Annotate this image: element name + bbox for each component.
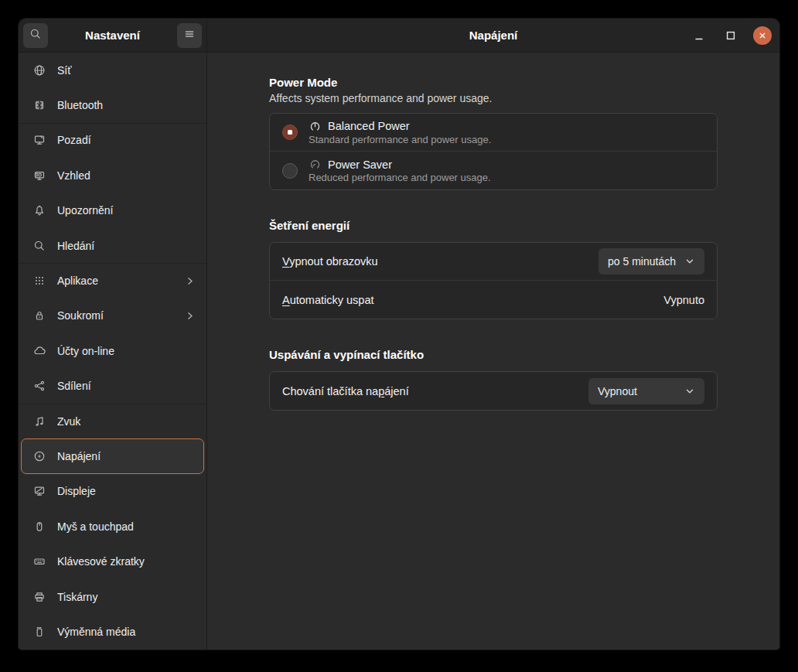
mouse-icon bbox=[33, 520, 46, 533]
chevron-down-icon bbox=[684, 256, 695, 267]
power-mode-subtitle: Affects system performance and power usa… bbox=[269, 92, 718, 104]
hamburger-menu-icon bbox=[183, 28, 196, 43]
background-icon bbox=[33, 134, 46, 146]
sidebar-item-label: Napájení bbox=[57, 450, 196, 462]
music-note-icon bbox=[33, 415, 46, 428]
sidebar-item-label: Klávesové zkratky bbox=[57, 555, 196, 568]
automatic-suspend-value: Vypnuto bbox=[663, 294, 704, 306]
sidebar-item-label: Výměnná média bbox=[57, 626, 196, 638]
applications-icon bbox=[33, 275, 46, 287]
balanced-power-option[interactable]: Balanced Power Standard performance and … bbox=[270, 114, 717, 152]
power-mode-card: Balanced Power Standard performance and … bbox=[269, 113, 718, 190]
notifications-icon bbox=[33, 204, 46, 217]
blank-screen-dropdown[interactable]: po 5 minutách bbox=[598, 248, 704, 275]
appearance-icon bbox=[33, 169, 46, 182]
sidebar-item-printers[interactable]: Tiskárny bbox=[21, 579, 204, 614]
sidebar-item-label: Displeje bbox=[57, 485, 196, 497]
sidebar-item-notifications[interactable]: Upozornění bbox=[21, 193, 204, 228]
sidebar-item-label: Aplikace bbox=[57, 275, 172, 287]
printer-icon bbox=[33, 591, 46, 603]
sidebar-item-applications[interactable]: Aplikace bbox=[21, 263, 204, 298]
page-headerbar: Napájení bbox=[207, 19, 779, 53]
power-button-dropdown[interactable]: Vypnout bbox=[588, 378, 704, 404]
sidebar-item-label: Síť bbox=[57, 64, 196, 77]
sidebar-item-label: Sdílení bbox=[57, 380, 196, 392]
sidebar-item-appearance[interactable]: Vzhled bbox=[21, 158, 204, 193]
displays-icon bbox=[33, 485, 46, 497]
sidebar-item-search[interactable]: Hledání bbox=[19, 228, 206, 263]
network-icon bbox=[33, 64, 46, 77]
sidebar-item-sound[interactable]: Zvuk bbox=[21, 404, 204, 438]
power-saver-option[interactable]: Power Saver Reduced performance and powe… bbox=[270, 152, 717, 189]
balanced-power-desc: Standard performance and power usage. bbox=[309, 134, 491, 145]
blank-screen-label: Vypnout obrazovku bbox=[282, 255, 378, 268]
sidebar-item-label: Tiskárny bbox=[57, 591, 196, 603]
blank-screen-value: po 5 minutách bbox=[608, 255, 676, 268]
sidebar-item-label: Pozadí bbox=[57, 134, 196, 146]
titlebar: Nastavení Napájení bbox=[19, 19, 779, 53]
sidebar-item-background[interactable]: Pozadí bbox=[21, 123, 204, 158]
sidebar-item-label: Účty on-line bbox=[57, 345, 196, 357]
chevron-down-icon bbox=[684, 386, 695, 397]
energy-saving-card: Vypnout obrazovku po 5 minutách Automati… bbox=[269, 242, 718, 319]
balanced-power-label: Balanced Power bbox=[328, 120, 410, 132]
maximize-button[interactable] bbox=[721, 26, 740, 45]
power-panel: Power Mode Affects system performance an… bbox=[207, 53, 779, 650]
sharing-icon bbox=[33, 380, 46, 392]
sidebar-item-label: Zvuk bbox=[57, 415, 196, 428]
sidebar-item-privacy[interactable]: Soukromí bbox=[21, 298, 204, 333]
sidebar-item-displays[interactable]: Displeje bbox=[21, 474, 204, 509]
removable-media-icon bbox=[33, 626, 46, 638]
automatic-suspend-label: Automaticky uspat bbox=[282, 294, 373, 306]
power-saver-gauge-icon bbox=[309, 158, 322, 171]
close-icon bbox=[757, 30, 768, 41]
power-saver-radio[interactable] bbox=[282, 163, 298, 179]
sidebar-item-network[interactable]: Síť bbox=[21, 53, 204, 87]
power-button-value: Vypnout bbox=[598, 385, 637, 397]
search-icon bbox=[33, 240, 46, 252]
maximize-icon bbox=[725, 29, 737, 42]
privacy-lock-icon bbox=[33, 309, 46, 322]
search-icon bbox=[29, 28, 42, 43]
automatic-suspend-row[interactable]: Automaticky uspat Vypnuto bbox=[270, 281, 717, 319]
chevron-right-icon bbox=[184, 310, 196, 322]
keyboard-icon bbox=[33, 555, 46, 568]
balanced-gauge-icon bbox=[309, 120, 322, 133]
sidebar-item-power[interactable]: Napájení bbox=[21, 438, 204, 473]
balanced-power-radio[interactable] bbox=[282, 125, 298, 140]
power-icon bbox=[33, 450, 46, 462]
minimize-icon bbox=[693, 29, 705, 42]
power-button-card: Chování tlačítka napájení Vypnout bbox=[269, 371, 718, 411]
chevron-right-icon bbox=[184, 275, 196, 287]
settings-window: Nastavení Napájení bbox=[19, 19, 779, 650]
search-button[interactable] bbox=[23, 23, 48, 48]
bluetooth-icon bbox=[33, 99, 46, 111]
sidebar-item-removable-media[interactable]: Výměnná média bbox=[21, 614, 204, 649]
minimize-button[interactable] bbox=[690, 26, 708, 45]
sidebar-item-sharing[interactable]: Sdílení bbox=[19, 369, 206, 404]
power-mode-title: Power Mode bbox=[269, 76, 718, 89]
main-menu-button[interactable] bbox=[177, 23, 202, 48]
sidebar-header: Nastavení bbox=[19, 19, 207, 53]
sidebar-item-label: Bluetooth bbox=[57, 99, 196, 111]
sidebar-item-label: Myš a touchpad bbox=[57, 520, 196, 533]
app-title: Nastavení bbox=[48, 29, 177, 42]
sidebar-item-keyboard[interactable]: Klávesové zkratky bbox=[21, 544, 204, 578]
sidebar: Síť Bluetooth Pozadí Vzhled Upozornění H bbox=[19, 53, 207, 650]
energy-saving-title: Šetření energií bbox=[269, 219, 718, 232]
window-controls bbox=[690, 26, 772, 45]
sidebar-item-online-accounts[interactable]: Účty on-line bbox=[21, 333, 204, 368]
close-button[interactable] bbox=[753, 26, 772, 45]
power-button-row: Chování tlačítka napájení Vypnout bbox=[270, 372, 717, 410]
sidebar-item-label: Upozornění bbox=[57, 204, 196, 217]
sidebar-item-label: Vzhled bbox=[57, 169, 196, 182]
suspend-section-title: Uspávání a vypínací tlačítko bbox=[269, 348, 718, 361]
power-saver-label: Power Saver bbox=[328, 159, 392, 171]
cloud-icon bbox=[33, 345, 46, 357]
sidebar-item-label: Soukromí bbox=[57, 309, 172, 322]
power-button-label: Chování tlačítka napájení bbox=[282, 385, 409, 397]
sidebar-item-bluetooth[interactable]: Bluetooth bbox=[19, 87, 206, 122]
power-saver-desc: Reduced performance and power usage. bbox=[309, 172, 491, 183]
sidebar-item-mouse[interactable]: Myš a touchpad bbox=[21, 509, 204, 544]
blank-screen-row: Vypnout obrazovku po 5 minutách bbox=[270, 243, 717, 281]
